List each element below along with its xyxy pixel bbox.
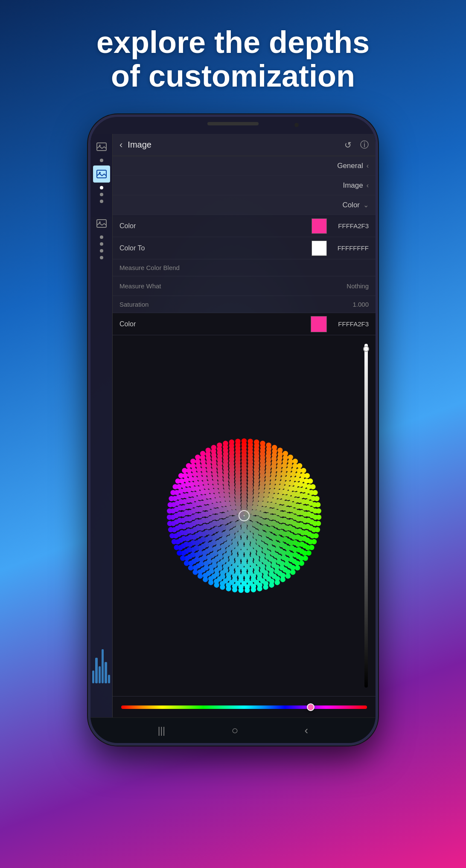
svg-point-838 [208, 580, 213, 585]
nav-menu-icon[interactable]: ||| [158, 725, 165, 736]
svg-point-820 [306, 551, 311, 556]
color-picker-panel: Color FFFFA2F3 [113, 313, 376, 717]
svg-point-798 [260, 441, 265, 446]
svg-point-836 [220, 585, 225, 590]
svg-point-850 [167, 521, 172, 526]
phone-mockup: ‹ Image ↺ ⓘ General ‹ Image ‹ Color [88, 114, 378, 746]
svg-point-839 [203, 577, 208, 582]
svg-point-851 [167, 515, 172, 520]
svg-point-831 [251, 587, 256, 592]
svg-point-824 [290, 570, 295, 575]
svg-point-853 [168, 502, 173, 508]
svg-point-796 [248, 439, 253, 444]
svg-point-821 [303, 556, 308, 561]
svg-point-799 [266, 443, 271, 448]
brightness-thumb[interactable] [363, 346, 369, 352]
svg-point-813 [316, 508, 321, 514]
svg-point-829 [263, 585, 268, 590]
picker-header-row: Color FFFFA2F3 [113, 313, 376, 335]
svg-point-845 [177, 551, 182, 556]
svg-point-835 [226, 586, 231, 591]
svg-point-816 [315, 527, 320, 532]
svg-point-834 [232, 587, 237, 592]
svg-point-869 [235, 439, 240, 444]
hue-slider-row[interactable] [113, 696, 376, 717]
svg-point-802 [283, 451, 288, 456]
svg-point-855 [170, 490, 175, 495]
svg-point-852 [167, 508, 172, 514]
svg-point-847 [172, 539, 177, 544]
svg-point-814 [316, 515, 321, 520]
svg-point-864 [206, 448, 211, 453]
phone-notch [207, 122, 259, 125]
svg-point-862 [195, 455, 200, 460]
svg-point-859 [182, 468, 187, 473]
svg-point-797 [254, 440, 259, 445]
svg-point-830 [257, 586, 262, 591]
picker-color-label: Color [119, 320, 307, 328]
svg-point-837 [214, 583, 219, 588]
svg-point-826 [280, 577, 285, 582]
svg-point-848 [169, 533, 175, 538]
svg-point-819 [309, 545, 314, 550]
waveform-visual [90, 641, 112, 683]
phone-bottom-bar: ||| ○ ‹ [90, 717, 376, 743]
svg-point-844 [180, 556, 185, 561]
svg-point-807 [305, 473, 310, 478]
svg-point-806 [301, 468, 306, 473]
picker-hex-value: FFFFA2F3 [330, 320, 369, 328]
nav-back-icon[interactable]: ‹ [305, 724, 309, 737]
svg-point-733 [292, 463, 297, 468]
phone-camera [294, 123, 299, 127]
hero-text: explore the depths of customization [62, 0, 404, 110]
svg-point-863 [200, 451, 205, 456]
hero-line2: of customization [111, 59, 355, 93]
svg-point-812 [315, 502, 320, 508]
brightness-bar[interactable] [364, 344, 368, 688]
svg-point-833 [239, 588, 244, 593]
svg-point-856 [173, 484, 178, 489]
color-wheel-svg[interactable] [163, 435, 325, 597]
svg-point-809 [310, 484, 315, 489]
svg-point-800 [272, 445, 277, 450]
phone-screen: ‹ Image ↺ ⓘ General ‹ Image ‹ Color [90, 134, 376, 717]
svg-point-827 [275, 580, 280, 585]
svg-point-817 [313, 533, 318, 538]
svg-point-867 [223, 441, 228, 446]
svg-point-865 [211, 445, 216, 450]
svg-point-840 [198, 574, 203, 579]
svg-point-841 [193, 570, 198, 575]
svg-point-857 [175, 479, 181, 484]
svg-point-828 [269, 583, 274, 588]
hero-line1: explore the depths [96, 25, 370, 59]
svg-point-858 [178, 473, 183, 478]
phone-shell: ‹ Image ↺ ⓘ General ‹ Image ‹ Color [88, 114, 378, 746]
svg-point-786 [190, 463, 195, 468]
svg-point-811 [314, 496, 319, 501]
svg-point-861 [190, 459, 195, 464]
svg-point-868 [229, 440, 234, 445]
svg-point-832 [245, 588, 250, 593]
svg-point-815 [316, 521, 321, 526]
svg-point-801 [277, 448, 283, 453]
svg-point-818 [312, 539, 317, 544]
picker-color-swatch[interactable] [311, 316, 327, 332]
nav-home-icon[interactable]: ○ [231, 724, 238, 737]
hue-slider-thumb[interactable] [307, 703, 315, 711]
svg-point-860 [186, 463, 191, 468]
color-wheel-area[interactable] [113, 335, 376, 696]
hue-slider-track[interactable] [121, 705, 367, 709]
svg-point-854 [169, 496, 174, 501]
svg-point-866 [217, 443, 222, 448]
svg-point-849 [168, 527, 173, 532]
svg-point-842 [188, 566, 193, 571]
svg-point-822 [299, 561, 304, 566]
svg-point-823 [295, 566, 300, 571]
svg-point-795 [242, 438, 247, 444]
svg-point-808 [308, 479, 313, 484]
svg-point-846 [174, 545, 179, 550]
svg-point-805 [297, 463, 302, 468]
svg-point-825 [285, 574, 291, 579]
svg-point-843 [184, 561, 189, 566]
svg-point-804 [293, 459, 298, 464]
